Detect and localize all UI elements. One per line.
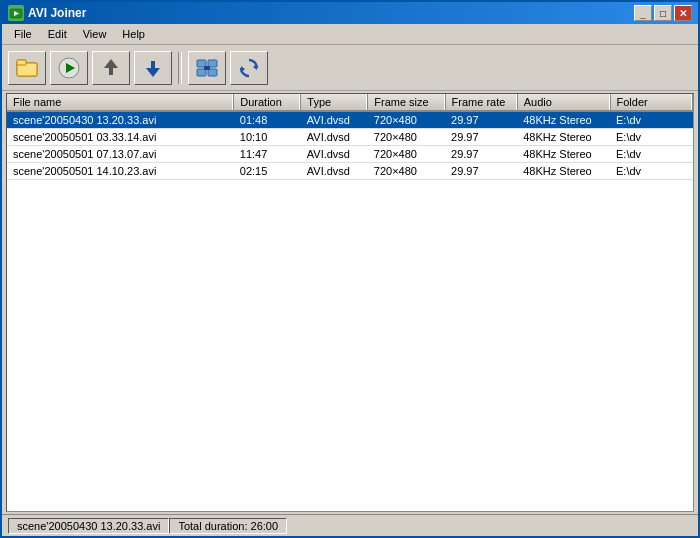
menu-edit[interactable]: Edit [40,26,75,42]
open-button[interactable] [8,51,46,85]
menu-file[interactable]: File [6,26,40,42]
join-icon [195,56,219,80]
cell-framerate: 29.97 [445,163,517,180]
cell-audio: 48KHz Stereo [517,146,610,163]
maximize-button[interactable]: □ [654,5,672,21]
col-audio: Audio [517,94,610,111]
cell-type: AVI.dvsd [301,163,368,180]
cell-duration: 10:10 [234,129,301,146]
svg-rect-5 [17,60,26,65]
table-row[interactable]: scene'20050501 03.33.14.avi10:10AVI.dvsd… [7,129,693,146]
col-type: Type [301,94,368,111]
status-bar: scene'20050430 13.20.33.avi Total durati… [2,514,698,536]
svg-marker-17 [253,64,257,70]
cell-framerate: 29.97 [445,129,517,146]
play-button[interactable] [50,51,88,85]
svg-marker-9 [104,59,118,68]
cell-type: AVI.dvsd [301,111,368,129]
status-selected-file: scene'20050430 13.20.33.avi [8,518,169,534]
toolbar-separator [178,52,182,84]
cell-duration: 01:48 [234,111,301,129]
toolbar [2,45,698,91]
cell-folder: E:\dv [610,163,693,180]
app-icon [8,5,24,21]
status-total-duration: Total duration: 26:00 [169,518,287,534]
cell-folder: E:\dv [610,111,693,129]
main-window: AVI Joiner _ □ ✕ File Edit View Help [0,0,700,538]
svg-marker-11 [146,68,160,77]
play-icon [57,56,81,80]
title-bar: AVI Joiner _ □ ✕ [2,2,698,24]
file-table-body: scene'20050430 13.20.33.avi01:48AVI.dvsd… [7,111,693,180]
table-header-row: File name Duration Type Frame size Frame… [7,94,693,111]
cell-framesize: 720×480 [368,146,445,163]
table-row[interactable]: scene'20050501 07.13.07.avi11:47AVI.dvsd… [7,146,693,163]
cell-filename: scene'20050501 03.33.14.avi [7,129,234,146]
svg-rect-15 [208,69,217,76]
svg-rect-13 [208,60,217,67]
cell-type: AVI.dvsd [301,129,368,146]
cell-audio: 48KHz Stereo [517,111,610,129]
col-framesize: Frame size [368,94,445,111]
svg-rect-16 [204,66,210,70]
svg-rect-12 [197,60,206,67]
file-list-container[interactable]: File name Duration Type Frame size Frame… [6,93,694,512]
col-folder: Folder [610,94,693,111]
cell-framesize: 720×480 [368,163,445,180]
cell-folder: E:\dv [610,146,693,163]
table-row[interactable]: scene'20050501 14.10.23.avi02:15AVI.dvsd… [7,163,693,180]
cell-filename: scene'20050501 07.13.07.avi [7,146,234,163]
close-button[interactable]: ✕ [674,5,692,21]
refresh-button[interactable] [230,51,268,85]
cell-audio: 48KHz Stereo [517,163,610,180]
cell-filename: scene'20050501 14.10.23.avi [7,163,234,180]
cell-framesize: 720×480 [368,129,445,146]
cell-framerate: 29.97 [445,111,517,129]
move-up-button[interactable] [92,51,130,85]
down-arrow-icon [141,56,165,80]
move-down-button[interactable] [134,51,172,85]
menu-help[interactable]: Help [114,26,153,42]
title-controls: _ □ ✕ [634,5,692,21]
file-table: File name Duration Type Frame size Frame… [7,94,693,180]
up-arrow-icon [99,56,123,80]
refresh-icon [237,56,261,80]
svg-marker-18 [241,66,245,72]
col-framerate: Frame rate [445,94,517,111]
cell-folder: E:\dv [610,129,693,146]
svg-rect-14 [197,69,206,76]
menu-bar: File Edit View Help [2,24,698,45]
cell-framerate: 29.97 [445,146,517,163]
table-row[interactable]: scene'20050430 13.20.33.avi01:48AVI.dvsd… [7,111,693,129]
window-title: AVI Joiner [28,6,86,20]
open-icon [15,56,39,80]
col-duration: Duration [234,94,301,111]
cell-duration: 11:47 [234,146,301,163]
cell-type: AVI.dvsd [301,146,368,163]
title-bar-left: AVI Joiner [8,5,86,21]
menu-view[interactable]: View [75,26,115,42]
join-button[interactable] [188,51,226,85]
cell-filename: scene'20050430 13.20.33.avi [7,111,234,129]
cell-framesize: 720×480 [368,111,445,129]
col-filename: File name [7,94,234,111]
cell-audio: 48KHz Stereo [517,129,610,146]
minimize-button[interactable]: _ [634,5,652,21]
cell-duration: 02:15 [234,163,301,180]
